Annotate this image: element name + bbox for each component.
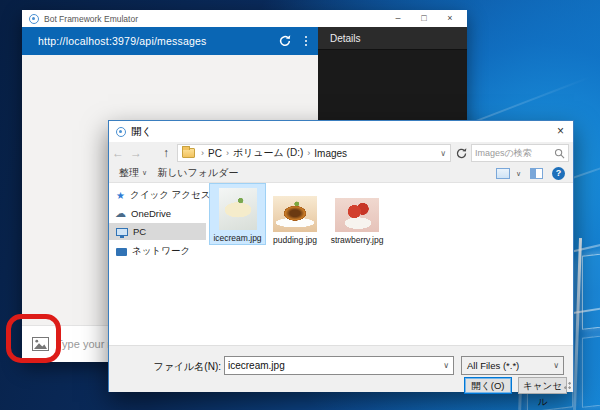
file-tile-strawberry[interactable]: strawberry.jpg: [330, 198, 384, 245]
forward-icon[interactable]: →: [127, 146, 145, 160]
dialog-toolbar: 整理 ∨ 新しいフォルダー ∨ ?: [109, 164, 573, 183]
strawberry-thumbnail: [335, 198, 379, 232]
windows-logo-pane: [582, 334, 600, 408]
breadcrumb[interactable]: › PC › ボリューム (D:) › Images ∨: [177, 144, 451, 162]
navigation-row: ← → ↑ › PC › ボリューム (D:) › Images ∨: [109, 142, 573, 164]
menu-kebab-icon[interactable]: [302, 34, 310, 48]
minimize-button[interactable]: –: [385, 10, 411, 27]
organize-dropdown-icon[interactable]: ∨: [142, 169, 147, 177]
search-input[interactable]: [475, 146, 555, 160]
file-tile-pudding[interactable]: pudding.jpg: [270, 196, 320, 245]
file-browser: ★ クイック アクセス ☁ OneDrive PC ネットワーク icecrea…: [109, 183, 573, 345]
preview-pane-icon[interactable]: [530, 168, 543, 179]
filename-combobox[interactable]: ∨: [224, 356, 454, 375]
folder-icon: [182, 148, 195, 158]
endpoint-url[interactable]: http://localhost:3979/api/messages: [38, 35, 206, 47]
bot-framework-icon: [29, 14, 39, 24]
filename-input[interactable]: [228, 358, 433, 373]
windows-logo-pane: [582, 252, 600, 330]
breadcrumb-item-images[interactable]: Images: [314, 148, 347, 159]
breadcrumb-item-volume[interactable]: ボリューム (D:): [233, 146, 303, 160]
network-icon: [116, 248, 127, 256]
search-box[interactable]: [471, 144, 569, 162]
dialog-title: 開く: [131, 125, 152, 139]
organize-button[interactable]: 整理: [119, 166, 139, 180]
refresh-icon[interactable]: [455, 147, 469, 161]
file-name: pudding.jpg: [270, 235, 320, 245]
sidebar-item-network[interactable]: ネットワーク: [109, 243, 206, 260]
chevron-icon: ›: [201, 148, 204, 158]
quick-access-icon: ★: [116, 190, 125, 201]
view-options-icon[interactable]: [496, 168, 510, 179]
endpoint-url-bar[interactable]: http://localhost:3979/api/messages: [22, 27, 318, 55]
attach-image-icon[interactable]: [32, 337, 50, 351]
dialog-close-icon[interactable]: ×: [557, 124, 564, 138]
resize-grip[interactable]: [564, 382, 571, 389]
reconnect-icon[interactable]: [278, 34, 292, 48]
dialog-bottom-bar: ファイル名(N): ∨ All Files (*.*) ∨ 開く(O) キャンセ…: [109, 345, 573, 392]
sidebar-item-onedrive[interactable]: ☁ OneDrive: [109, 205, 206, 222]
help-icon[interactable]: ?: [552, 167, 565, 180]
filename-label: ファイル名(N):: [137, 360, 221, 374]
dialog-titlebar[interactable]: 開く ×: [109, 121, 573, 142]
onedrive-cloud-icon: ☁: [115, 207, 126, 220]
windows-logo-edge: [573, 238, 582, 410]
open-file-dialog: 開く × ← → ↑ › PC › ボリューム (D:) › Images ∨: [108, 120, 574, 392]
cancel-button[interactable]: キャンセル: [518, 377, 567, 394]
breadcrumb-item-pc[interactable]: PC: [208, 148, 222, 159]
pc-monitor-icon: [116, 228, 128, 236]
chevron-icon: ›: [226, 148, 229, 158]
search-icon[interactable]: [554, 148, 565, 159]
filetype-dropdown-icon[interactable]: ∨: [553, 361, 559, 370]
file-tile-icecream[interactable]: icecream.jpg: [209, 183, 266, 245]
view-dropdown-icon[interactable]: ∨: [516, 170, 521, 178]
breadcrumb-dropdown-icon[interactable]: ∨: [440, 149, 446, 158]
filetype-select[interactable]: All Files (*.*) ∨: [461, 356, 564, 375]
details-header: Details: [318, 27, 467, 50]
filetype-value: All Files (*.*): [467, 360, 519, 371]
back-icon[interactable]: ←: [109, 146, 127, 160]
file-name: icecream.jpg: [210, 233, 265, 243]
up-icon[interactable]: ↑: [157, 146, 175, 160]
chevron-icon: ›: [307, 148, 310, 158]
new-folder-button[interactable]: 新しいフォルダー: [157, 166, 238, 180]
icecream-thumbnail: [219, 188, 257, 230]
sidebar-item-quick-access[interactable]: ★ クイック アクセス: [109, 187, 206, 204]
pudding-thumbnail: [273, 196, 317, 232]
file-name: strawberry.jpg: [330, 235, 384, 245]
maximize-button[interactable]: □: [411, 10, 437, 27]
filename-dropdown-icon[interactable]: ∨: [443, 361, 449, 370]
emulator-title: Bot Framework Emulator: [44, 14, 138, 24]
sidebar-item-pc[interactable]: PC: [109, 223, 206, 240]
open-button[interactable]: 開く(O): [464, 377, 512, 394]
dialog-app-icon: [116, 127, 126, 137]
close-button[interactable]: ×: [437, 10, 463, 27]
emulator-titlebar[interactable]: Bot Framework Emulator – □ ×: [22, 10, 467, 27]
